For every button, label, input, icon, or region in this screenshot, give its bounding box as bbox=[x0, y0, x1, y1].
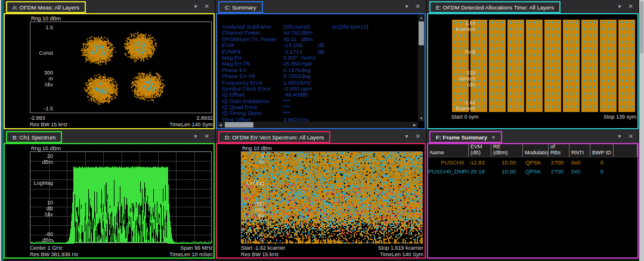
scrollbar-thumb[interactable] bbox=[225, 122, 253, 128]
x-axis-start-label: Start 0 sym bbox=[451, 114, 479, 120]
constellation-plot: 1.5 Const 300m/div -1.5 bbox=[30, 21, 212, 113]
allocations-plot: 1.64kcarriers Real 328carriers/div -1.64… bbox=[451, 20, 636, 112]
constellation-canvas bbox=[30, 22, 212, 114]
y-axis-top-label: 5% bbox=[216, 153, 264, 165]
x-axis-left-label: -2.893 bbox=[30, 115, 45, 121]
y-axis-bottom-label: -1.5 bbox=[4, 105, 53, 111]
range-label: Rng 10 dBm bbox=[242, 145, 272, 151]
summary-row: IQ Timing Skew*** bbox=[217, 110, 418, 116]
y-axis-top-label: 20dBm bbox=[4, 153, 53, 165]
panel-b-ch1-spectrum: B: Ch1 Spectrum ▾ ✕ Rng 10 dBm 20dBm Log… bbox=[4, 130, 215, 259]
time-len-label: TimeLen 140 Sym bbox=[169, 122, 213, 128]
range-label: Rng 10 dBm bbox=[31, 145, 61, 151]
table-row-pusch0-dmrs[interactable]: PUSCH0_DMRS -20.18 10.00 QPSK 2700 0x0 0 bbox=[428, 167, 637, 176]
tab-detected-allocations[interactable]: E: OFDM Detected Allocations Time: All L… bbox=[429, 1, 561, 13]
span-label: Span 96 MHz bbox=[180, 245, 213, 251]
panel-f-frame-summary: F: Frame Summary ▼ ▾ ✕ Name EVM(dB) Powe… bbox=[427, 130, 639, 259]
summary-row: Frequency Error1.0003kHz bbox=[217, 79, 418, 85]
panel-a-titlebar: A: OFDM Meas: All Layers ▾ ✕ bbox=[4, 0, 215, 13]
tab-frame-summary[interactable]: F: Frame Summary ▼ bbox=[429, 131, 502, 143]
summary-row: Analyzed Subframe[Sf0,sym0]to [Sf9,sym13… bbox=[217, 23, 418, 29]
collapse-icon[interactable]: ▾ bbox=[405, 133, 408, 139]
close-icon[interactable]: ✕ bbox=[416, 133, 420, 139]
collapse-icon[interactable]: ▾ bbox=[618, 133, 621, 139]
horizontal-scrollbar[interactable]: ◀ ▶ bbox=[217, 122, 418, 128]
collapse-icon[interactable]: ▾ bbox=[405, 4, 408, 10]
summary-row: Phase Err0.1976deg bbox=[217, 67, 418, 73]
scale-per-div-label: 328carriers/div bbox=[427, 70, 475, 88]
close-icon[interactable]: ✕ bbox=[205, 4, 209, 10]
panel-e-detected-allocations: E: OFDM Detected Allocations Time: All L… bbox=[427, 0, 639, 129]
summary-row: IQ Gain Imbalance*** bbox=[217, 98, 418, 104]
summary-row: IQ Offset-48.409dB bbox=[217, 91, 418, 97]
spectrum-canvas bbox=[30, 152, 212, 244]
y-axis-bottom-label: -1.64kcarriers bbox=[427, 100, 475, 111]
scroll-up-icon[interactable]: ▲ bbox=[418, 14, 425, 21]
y-axis-bottom-label: 0% bbox=[216, 231, 264, 243]
window-scrollbar[interactable] bbox=[639, 0, 644, 261]
trace-format-label: LogMag bbox=[4, 180, 53, 186]
panel-d-title: D: OFDM Err Vect Spectrum: All Layers bbox=[225, 134, 324, 141]
summary-row: IQ Quad Error*** bbox=[217, 104, 418, 110]
scale-per-div-label: 300m/div bbox=[4, 70, 53, 88]
scroll-right-icon[interactable]: ▶ bbox=[411, 122, 418, 128]
table-row-pusch0[interactable]: PUSCH0 -12.93 10.00 QPSK 2700 0x0 0 bbox=[428, 158, 637, 167]
panel-b-title: B: Ch1 Spectrum bbox=[13, 134, 55, 141]
collapse-icon[interactable]: ▾ bbox=[194, 133, 197, 139]
summary-row: Mag Err Pk45.866%pk bbox=[217, 60, 418, 66]
scrollbar-thumb[interactable] bbox=[419, 21, 424, 45]
summary-row: Mag Err9.507%rms bbox=[217, 54, 418, 60]
x-axis-stop-label: Stop 139 sym bbox=[603, 114, 636, 120]
scroll-down-icon[interactable]: ▼ bbox=[418, 115, 425, 122]
center-freq-label: Center 1 GHz bbox=[30, 245, 63, 251]
panel-f-titlebar: F: Frame Summary ▼ ▾ ✕ bbox=[427, 130, 639, 143]
collapse-icon[interactable]: ▾ bbox=[194, 4, 197, 10]
vertical-scrollbar[interactable]: ▲ ▼ bbox=[418, 14, 425, 122]
close-icon[interactable]: ✕ bbox=[416, 4, 420, 10]
close-icon[interactable]: ✕ bbox=[205, 133, 209, 139]
summary-row: Phase Err Pk0.7653deg bbox=[217, 73, 418, 79]
scale-per-div-label: 500m%/div bbox=[216, 201, 264, 219]
allocations-canvas bbox=[451, 20, 636, 112]
dropdown-icon[interactable]: ▼ bbox=[491, 135, 496, 139]
summary-row: Channel Power44.782dBm bbox=[217, 29, 418, 35]
x-axis-stop-label: Stop 1.619 kcarrier bbox=[378, 245, 423, 251]
range-label: Rng 10 dBm bbox=[31, 15, 61, 21]
time-len-label: TimeLen 10 mSec bbox=[169, 251, 213, 257]
trace-format-label: LinMag bbox=[216, 180, 264, 186]
y-axis-top-label: 1.5 bbox=[4, 24, 53, 30]
x-axis-right-label: 2.8932 bbox=[196, 115, 213, 121]
tab-summary[interactable]: C: Summary bbox=[218, 1, 263, 13]
res-bw-label: Res BW 15 kHz bbox=[241, 251, 279, 257]
summary-row: EVMPk-2.1714dB bbox=[217, 48, 418, 54]
collapse-icon[interactable]: ▾ bbox=[618, 4, 621, 10]
evm-spectrum-plot: 5% LinMag 500m%/div 0% bbox=[241, 151, 422, 243]
tab-ch1-spectrum[interactable]: B: Ch1 Spectrum bbox=[6, 131, 62, 143]
panel-a-ofdm-meas: A: OFDM Meas: All Layers ▾ ✕ Rng 10 dBm … bbox=[4, 0, 215, 129]
tab-err-vect-spectrum[interactable]: D: OFDM Err Vect Spectrum: All Layers bbox=[218, 131, 330, 143]
scroll-left-icon[interactable]: ◀ bbox=[217, 122, 224, 128]
panel-d-err-vect-spectrum: D: OFDM Err Vect Spectrum: All Layers ▾ … bbox=[216, 130, 426, 259]
panel-b-content: Rng 10 dBm 20dBm LogMag 10dB/div -80dBm … bbox=[4, 143, 215, 259]
panel-c-summary: C: Summary ▾ ✕ Analyzed Subframe[Sf0,sym… bbox=[216, 0, 426, 129]
panel-e-title: E: OFDM Detected Allocations Time: All L… bbox=[436, 4, 554, 11]
close-icon[interactable]: ✕ bbox=[628, 4, 633, 10]
panel-f-title: F: Frame Summary bbox=[436, 134, 487, 141]
panel-c-content: Analyzed Subframe[Sf0,sym0]to [Sf9,sym13… bbox=[216, 13, 426, 129]
column-header-evm: EVM(dB) bbox=[469, 144, 491, 157]
y-axis-top-label: 1.64kcarriers bbox=[427, 20, 475, 32]
trace-format-label: Const bbox=[4, 50, 53, 56]
column-header-num-rbs: Num. ofRBs bbox=[549, 144, 569, 157]
x-axis-start-label: Start -1.62 kcarrier bbox=[241, 245, 286, 251]
summary-row: OFDMSym Tx. Power45.11dBm bbox=[217, 36, 418, 42]
column-header-power: Power per RE(dBm) bbox=[491, 144, 523, 157]
summary-row: EVM-13.208dB bbox=[217, 42, 418, 48]
close-icon[interactable]: ✕ bbox=[628, 133, 633, 139]
window-scrollbar-thumb[interactable] bbox=[640, 1, 643, 54]
tab-ofdm-meas[interactable]: A: OFDM Meas: All Layers bbox=[6, 1, 86, 13]
column-header-rnti: RNTI bbox=[569, 144, 590, 157]
column-header-name: Name bbox=[428, 144, 469, 157]
scale-per-div-label: 10dB/div bbox=[4, 200, 53, 218]
summary-text: Analyzed Subframe[Sf0,sym0]to [Sf9,sym13… bbox=[217, 14, 418, 122]
panel-f-content: Name EVM(dB) Power per RE(dBm) Modulatio… bbox=[427, 143, 639, 259]
